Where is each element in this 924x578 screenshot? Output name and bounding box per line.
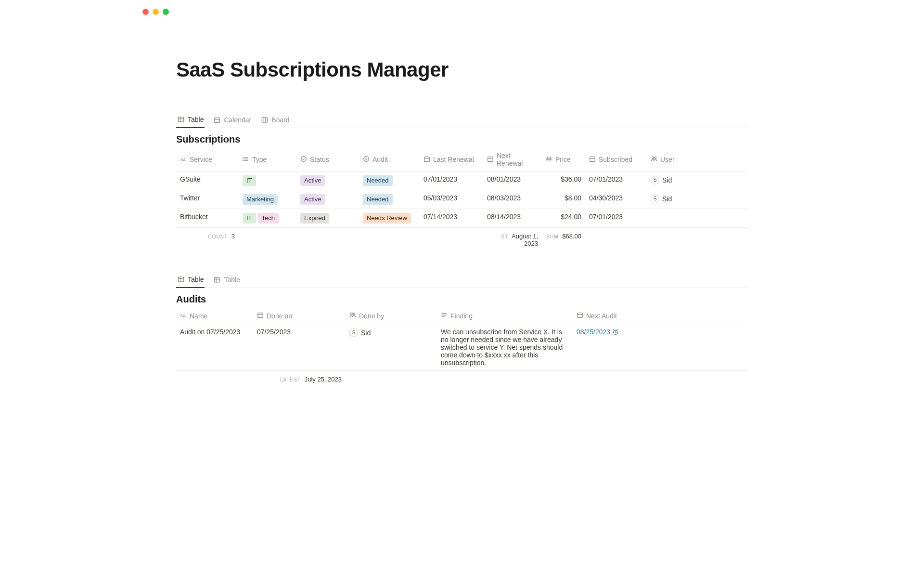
svg-text:Aa: Aa — [180, 156, 186, 161]
svg-rect-3 — [215, 118, 220, 123]
col-header-status[interactable]: Status — [296, 148, 359, 171]
cell-next-renewal[interactable]: 08/03/2023 — [483, 190, 542, 209]
view-tab-label: Calendar — [224, 116, 251, 124]
cell-finding[interactable]: We can unsubscribe from Service X. It is… — [437, 324, 573, 371]
cell-price[interactable]: $8.00 — [542, 190, 585, 209]
cell-type[interactable]: Marketing — [239, 190, 296, 209]
cell-status[interactable]: Active — [296, 190, 359, 209]
cell-price[interactable]: $36.00 — [542, 171, 585, 190]
view-tab-calendar[interactable]: Calendar — [212, 113, 252, 128]
col-header-finding[interactable]: Finding — [437, 308, 573, 324]
select-icon — [300, 156, 307, 164]
cell-subscribed[interactable]: 07/01/2023 — [585, 171, 647, 190]
view-tab-table[interactable]: Table — [176, 113, 205, 128]
multiselect-icon — [243, 156, 249, 164]
text-property-icon: Aa — [180, 312, 187, 320]
col-header-type[interactable]: Type — [239, 148, 296, 171]
table-row[interactable]: BitbucketITTechExpiredNeeds Review07/14/… — [176, 209, 748, 228]
user-name: Sid — [662, 195, 672, 203]
minimize-window-button[interactable] — [153, 9, 159, 15]
cell-audit[interactable]: Needed — [359, 171, 420, 190]
cell-status[interactable]: Expired — [296, 209, 359, 228]
cell-done-by[interactable]: SSid — [346, 324, 437, 371]
cell-service[interactable]: Bitbucket — [176, 209, 239, 228]
col-header-audit[interactable]: Audit — [359, 148, 420, 171]
svg-point-40 — [350, 313, 352, 315]
svg-point-16 — [243, 160, 243, 161]
close-window-button[interactable] — [142, 9, 149, 15]
calendar-icon — [213, 116, 221, 124]
col-header-next-renewal[interactable]: Next Renewal — [483, 148, 542, 171]
col-header-price[interactable]: Price — [542, 148, 585, 171]
cell-audit[interactable]: Needed — [359, 190, 420, 209]
col-header-user[interactable]: User — [647, 148, 695, 171]
cell-last-renewal[interactable]: 07/14/2023 — [420, 209, 483, 228]
date-icon — [424, 156, 430, 164]
summary-next-renewal: ST August 1, 2023 — [483, 228, 542, 251]
col-header-name[interactable]: Aa Name — [176, 308, 253, 324]
table-row[interactable]: Audit on 07/25/202307/25/2023SSidWe can … — [176, 324, 748, 371]
person-icon — [349, 312, 356, 320]
svg-rect-38 — [258, 313, 263, 318]
audits-view-tabs: Table Table — [176, 272, 748, 288]
cell-type[interactable]: IT — [239, 171, 296, 190]
date-icon — [577, 312, 583, 320]
subscriptions-title: Subscriptions — [176, 134, 748, 145]
view-tab-board[interactable]: Board — [260, 113, 290, 128]
cell-last-renewal[interactable]: 07/01/2023 — [420, 171, 483, 190]
cell-status[interactable]: Active — [296, 171, 359, 190]
cell-next-audit[interactable]: 08/25/2023 — [573, 324, 679, 371]
audits-title: Audits — [176, 294, 748, 305]
col-header-service[interactable]: Aa Service — [176, 148, 239, 171]
next-audit-date: 08/25/2023 — [577, 328, 610, 336]
cell-price[interactable]: $24.00 — [542, 209, 585, 228]
cell-done-on[interactable]: 07/25/2023 — [253, 324, 346, 371]
board-icon — [261, 116, 269, 124]
user-avatar: S — [651, 195, 659, 203]
page-title: SaaS Subscriptions Manager — [176, 58, 748, 81]
select-icon — [363, 156, 370, 164]
cell-next-renewal[interactable]: 08/14/2023 — [483, 209, 542, 228]
table-row[interactable]: TwitterMarketingActiveNeeded05/03/202308… — [176, 190, 748, 209]
col-header-next-audit[interactable]: Next Audit — [573, 308, 679, 324]
cell-subscribed[interactable]: 04/30/2023 — [585, 190, 647, 209]
tag: Needs Review — [363, 213, 411, 223]
view-tab-label: Table — [188, 276, 204, 283]
tag: Tech — [258, 213, 279, 223]
view-tab-label: Board — [271, 116, 289, 124]
cell-user[interactable] — [647, 209, 695, 228]
window-traffic-lights — [130, 0, 794, 15]
maximize-window-button[interactable] — [163, 9, 169, 15]
summary-count: COUNT 3 — [176, 228, 239, 251]
svg-point-29 — [652, 157, 654, 158]
col-header-done-by[interactable]: Done by — [346, 308, 437, 324]
cell-name[interactable]: Audit on 07/25/2023 — [176, 324, 253, 371]
person-icon — [651, 156, 657, 164]
col-header-subscribed[interactable]: Subscribed — [585, 148, 647, 171]
svg-rect-0 — [178, 117, 183, 122]
number-icon — [546, 156, 552, 164]
cell-user[interactable]: SSid — [647, 171, 695, 190]
user-chip: SSid — [651, 176, 672, 184]
view-tab-table-2[interactable]: Table — [212, 273, 241, 288]
summary-latest: LATEST July 25, 2023 — [253, 371, 346, 387]
svg-rect-31 — [178, 277, 183, 282]
tag: IT — [243, 213, 256, 223]
cell-subscribed[interactable]: 07/01/2023 — [585, 209, 647, 228]
cell-type[interactable]: ITTech — [239, 209, 296, 228]
view-tab-label: Table — [224, 276, 240, 284]
user-avatar: S — [349, 328, 358, 337]
cell-next-renewal[interactable]: 08/01/2023 — [483, 171, 542, 190]
subscriptions-table: Aa Service Type Status Audit Last Renewa… — [176, 148, 748, 251]
cell-service[interactable]: GSuite — [176, 171, 239, 190]
col-header-done-on[interactable]: Done on — [253, 308, 346, 324]
tag: IT — [243, 175, 256, 186]
cell-audit[interactable]: Needs Review — [359, 209, 420, 228]
table-row[interactable]: GSuiteITActiveNeeded07/01/202308/01/2023… — [176, 171, 748, 190]
view-tab-table[interactable]: Table — [176, 273, 205, 288]
col-header-last-renewal[interactable]: Last Renewal — [420, 148, 483, 171]
svg-line-24 — [550, 156, 551, 161]
cell-user[interactable]: SSid — [647, 190, 695, 209]
cell-last-renewal[interactable]: 05/03/2023 — [420, 190, 483, 209]
cell-service[interactable]: Twitter — [176, 190, 239, 209]
